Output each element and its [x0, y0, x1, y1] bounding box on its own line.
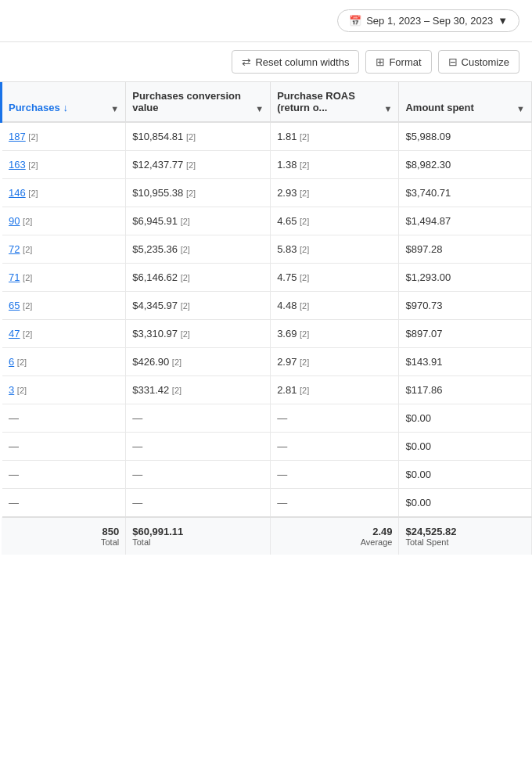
roas-dash: — [277, 469, 287, 480]
cell-amount: $897.07 [399, 320, 532, 348]
roas-value: 4.48 [277, 300, 297, 311]
table-row: 47 [2]$3,310.97 [2]3.69 [2]$897.07 [2, 320, 532, 348]
cell-roas: 1.81 [2] [271, 122, 399, 151]
footer-roas: 2.49 Average [271, 517, 399, 555]
cell-conv-value: $331.42 [2] [126, 376, 271, 404]
date-range-button[interactable]: 📅 Sep 1, 2023 – Sep 30, 2023 ▼ [337, 9, 519, 32]
table-row: ———$0.00 [2, 461, 532, 489]
table-row: 146 [2]$10,955.38 [2]2.93 [2]$3,740.71 [2, 179, 532, 207]
purchases-value[interactable]: 6 [9, 356, 14, 368]
cell-amount: $1,494.87 [399, 207, 532, 235]
reset-column-widths-button[interactable]: ⇄ Reset column widths [232, 50, 359, 74]
format-button[interactable]: ⊞ Format [365, 50, 431, 74]
cell-amount: $143.91 [399, 348, 532, 376]
conv-badge: [2] [181, 273, 190, 282]
cell-roas: 5.83 [2] [271, 235, 399, 264]
purchases-badge: [2] [28, 132, 38, 142]
purchases-value[interactable]: 90 [9, 215, 20, 227]
roas-dash: — [277, 440, 287, 452]
purchases-value[interactable]: 72 [9, 243, 20, 255]
cell-purchases: 163 [2] [2, 151, 126, 179]
roas-value: 3.69 [277, 328, 297, 339]
conv-badge: [2] [181, 245, 190, 254]
purchases-badge: [2] [17, 386, 27, 395]
purchases-value[interactable]: 71 [9, 271, 20, 283]
cell-purchases: 47 [2] [2, 320, 126, 348]
footer-purchases-total: 850 [102, 526, 120, 537]
amount-value: $0.00 [405, 412, 431, 424]
col-header-amount[interactable]: Amount spent ▼ [399, 82, 532, 122]
cell-roas: — [271, 433, 399, 461]
cell-conv-value: $426.90 [2] [126, 348, 271, 376]
col-header-purchases[interactable]: Purchases ↓ ▼ [2, 82, 126, 122]
amount-value: $970.73 [405, 300, 442, 311]
cell-amount: $0.00 [399, 433, 532, 461]
purchases-value[interactable]: 146 [9, 187, 26, 199]
cell-amount: $0.00 [399, 489, 532, 518]
amount-value: $0.00 [405, 440, 431, 452]
conv-dash: — [132, 440, 142, 452]
roas-value: 2.97 [277, 356, 297, 368]
sort-down-icon: ↓ [63, 102, 68, 113]
customize-label: Customize [462, 56, 509, 68]
table-footer-row: 850 Total $60,991.11 Total 2.49 Average … [2, 517, 532, 555]
format-icon: ⊞ [376, 56, 385, 68]
table-row: 163 [2]$12,437.77 [2]1.38 [2]$8,982.30 [2, 151, 532, 179]
col-purchases-label: Purchases ↓ [9, 102, 110, 113]
col-header-roas[interactable]: Purchase ROAS (return o... ▼ [271, 82, 399, 122]
col-purchases-dropdown-icon[interactable]: ▼ [110, 104, 119, 113]
purchases-badge: [2] [28, 160, 38, 170]
footer-conv-total: $60,991.11 [132, 526, 183, 537]
conv-badge: [2] [181, 301, 190, 311]
purchases-badge: [2] [23, 217, 32, 226]
table-row: 65 [2]$4,345.97 [2]4.48 [2]$970.73 [2, 292, 532, 320]
cell-amount: $970.73 [399, 292, 532, 320]
purchases-value[interactable]: 47 [9, 328, 20, 339]
customize-button[interactable]: ⊟ Customize [438, 50, 519, 74]
conv-value: $426.90 [132, 356, 169, 368]
customize-icon: ⊟ [448, 56, 458, 68]
purchases-value[interactable]: 187 [9, 131, 26, 142]
cell-roas: 4.48 [2] [271, 292, 399, 320]
purchases-value[interactable]: 3 [9, 384, 14, 396]
cell-roas: 1.38 [2] [271, 151, 399, 179]
purchases-value[interactable]: 65 [9, 300, 20, 311]
cell-purchases: 6 [2] [2, 348, 126, 376]
purchases-dash: — [9, 497, 19, 508]
table-row: ———$0.00 [2, 404, 532, 433]
footer-purchases: 850 Total [2, 517, 126, 555]
cell-amount: $1,293.00 [399, 264, 532, 292]
purchases-dash: — [9, 412, 19, 424]
roas-badge: [2] [300, 273, 309, 282]
col-roas-dropdown-icon[interactable]: ▼ [384, 104, 393, 113]
table-row: 90 [2]$6,945.91 [2]4.65 [2]$1,494.87 [2, 207, 532, 235]
conv-value: $4,345.97 [132, 300, 178, 311]
conv-value: $6,945.91 [132, 215, 178, 227]
amount-value: $1,494.87 [405, 215, 451, 227]
cell-conv-value: — [126, 489, 271, 518]
purchases-badge: [2] [23, 301, 32, 311]
footer-roas-label: Average [277, 537, 392, 547]
conv-badge: [2] [172, 357, 182, 367]
conv-value: $10,854.81 [132, 131, 183, 142]
cell-purchases: 146 [2] [2, 179, 126, 207]
roas-value: 4.75 [277, 271, 297, 283]
table-row: ———$0.00 [2, 489, 532, 518]
cell-purchases: — [2, 489, 126, 518]
col-header-conv-value[interactable]: Purchases conversion value ▼ [126, 82, 271, 122]
conv-value: $331.42 [132, 384, 169, 396]
table-row: 3 [2]$331.42 [2]2.81 [2]$117.86 [2, 376, 532, 404]
roas-dash: — [277, 412, 287, 424]
conv-value: $10,955.38 [132, 187, 183, 199]
amount-value: $0.00 [405, 497, 431, 508]
roas-badge: [2] [300, 386, 309, 395]
cell-conv-value: $5,235.36 [2] [126, 235, 271, 264]
purchases-value[interactable]: 163 [9, 159, 26, 171]
conv-badge: [2] [186, 189, 196, 198]
table-row: 187 [2]$10,854.81 [2]1.81 [2]$5,988.09 [2, 122, 532, 151]
cell-roas: 3.69 [2] [271, 320, 399, 348]
roas-value: 2.81 [277, 384, 297, 396]
col-amount-dropdown-icon[interactable]: ▼ [516, 104, 525, 113]
col-conv-dropdown-icon[interactable]: ▼ [255, 104, 264, 113]
cell-roas: — [271, 489, 399, 518]
